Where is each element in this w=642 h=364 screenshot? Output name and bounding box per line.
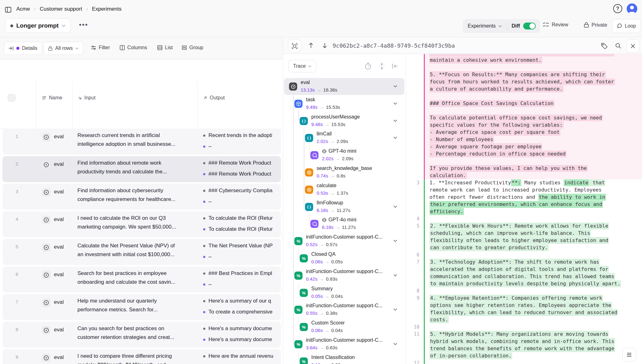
close-icon: [631, 44, 635, 48]
trace-span-row[interactable]: GPT-4o mini6.18s→11.27s: [284, 215, 404, 232]
breadcrumb-org[interactable]: Acme: [16, 6, 30, 12]
breadcrumb-project[interactable]: Customer support: [40, 6, 82, 12]
chevron-down-icon: [498, 25, 502, 27]
trace-span-row[interactable]: GPT-4o mini2.02s→2.09s: [284, 147, 404, 164]
avatar[interactable]: [627, 3, 637, 14]
chevron-down-icon[interactable]: [393, 308, 397, 311]
table-row[interactable]: 5evalCalculate the Net Present Value (NP…: [3, 239, 281, 265]
timing-icon[interactable]: [365, 62, 371, 70]
diff-added-line: hybrid work models, combining remote and…: [429, 338, 615, 345]
table-row[interactable]: 6evalSearch for best practices in employ…: [3, 266, 281, 293]
table-row[interactable]: 3evalFind information about cybersecurit…: [3, 184, 281, 210]
row-number: 3: [10, 189, 18, 194]
chevron-down-icon[interactable]: [393, 102, 397, 105]
details-button[interactable]: Details: [4, 42, 42, 55]
chevron-down-icon[interactable]: [393, 136, 397, 139]
row-number: 6: [10, 272, 18, 277]
chevron-down-icon: [75, 47, 79, 50]
experiment-more-button[interactable]: •••: [79, 21, 88, 29]
breadcrumb-section[interactable]: Experiments: [92, 6, 121, 12]
tag-icon[interactable]: [601, 43, 608, 49]
trace-span-row[interactable]: %initFunction-Customer support-C...3.64s…: [284, 336, 404, 353]
chevron-down-icon[interactable]: [393, 119, 397, 122]
column-header-input[interactable]: Input: [78, 95, 96, 101]
trace-span-row[interactable]: calculate0.53s→1.37s: [284, 181, 404, 198]
view-switch-label: Experiments: [468, 23, 496, 29]
table-row[interactable]: 9evalI need to compare three different p…: [3, 349, 281, 364]
table-row[interactable]: 7evalHelp me understand our quarterlyper…: [3, 294, 281, 320]
close-panel-button[interactable]: [626, 40, 639, 52]
trace-view-selector[interactable]: Trace: [288, 60, 316, 72]
diff-options-button[interactable]: [622, 348, 636, 361]
trace-span-row[interactable]: %initFunction-Customer support-C...0.55s…: [284, 301, 404, 318]
trace-span-row[interactable]: %Intent Classification0.12s→0.08s: [284, 353, 404, 364]
row-input-line: I need to compare three different pricin…: [77, 353, 172, 359]
help-button[interactable]: ?: [613, 4, 622, 13]
prev-row-button[interactable]: [308, 42, 314, 49]
table-row[interactable]: 2evalFind information about remote workp…: [3, 156, 281, 182]
column-header-output[interactable]: Output: [203, 95, 225, 101]
chevron-down-icon[interactable]: [393, 240, 397, 242]
view-switch[interactable]: Experiments: [463, 19, 507, 33]
span-durations: 6.18s→11.27s: [317, 208, 350, 213]
row-name: eval: [54, 161, 64, 167]
columns-label: Columns: [127, 45, 147, 50]
diff-added-line: 3. **Technology Adoption**: The shift to…: [429, 259, 600, 266]
loop-button[interactable]: Loop: [612, 19, 641, 33]
trace-span-row[interactable]: task9.49s→15.53s: [284, 95, 404, 112]
chevron-down-icon[interactable]: [393, 343, 397, 345]
diff-label: Diff: [512, 23, 520, 29]
select-all-checkbox[interactable]: [8, 94, 15, 102]
trace-span-row[interactable]: %Custom Scorer0.06s→0.04s: [284, 319, 404, 335]
open-details-icon: [8, 46, 14, 50]
row-output-line: To create a comprehensive: [203, 308, 280, 316]
trace-span-row[interactable]: ()processUserMessage9.48s→15.53s: [284, 113, 404, 129]
private-button[interactable]: Private: [584, 22, 607, 28]
trace-span-row[interactable]: %Closed QA0.06s→0.05s: [284, 250, 404, 267]
next-row-button[interactable]: [322, 42, 328, 49]
trace-span-row[interactable]: search_knowledge_base0.74s→0.8s: [284, 164, 404, 181]
diff-toggle[interactable]: [523, 23, 536, 29]
filter-button[interactable]: Filter: [91, 45, 110, 50]
diff-line-number: 4: [406, 215, 419, 223]
chevron-down-icon[interactable]: [393, 85, 397, 87]
table-row[interactable]: 1evalResearch current trends in artifici…: [3, 129, 281, 155]
row-input-line: Calculate the Net Present Value (NPV) of: [77, 243, 175, 249]
row-input-line: Help me understand our quarterly: [77, 298, 157, 304]
trace-id: 9c062bc2-a8c7-4a88-9749-5cf840f3c9ba: [333, 42, 455, 49]
search-icon[interactable]: [615, 43, 621, 49]
review-label: Review: [552, 22, 568, 28]
loop-icon: [617, 23, 622, 29]
group-button[interactable]: Group: [182, 45, 203, 50]
experiment-selector[interactable]: Longer prompt: [5, 18, 71, 33]
diff-removed-line: a culture of accountability and performa…: [429, 86, 564, 93]
table-row[interactable]: 4evalI need to calculate the ROI on our …: [3, 211, 281, 237]
row-input-line: an investment with initial cost $100,000…: [77, 251, 175, 258]
table-row[interactable]: 8evalCan you search for best practices o…: [3, 322, 281, 348]
span-type-icon: [294, 100, 303, 108]
diff-line-number: 8: [406, 288, 419, 295]
collapse-left-icon[interactable]: [392, 63, 398, 70]
diff-added-line: their preferred environments, which can …: [429, 201, 603, 208]
trace-span-row[interactable]: ()llmCall2.02s→2.09s: [284, 129, 404, 146]
chevron-down-icon[interactable]: [393, 274, 397, 277]
expand-trace-button[interactable]: [288, 40, 301, 52]
private-label: Private: [592, 22, 607, 28]
review-button[interactable]: Review: [543, 22, 568, 28]
all-rows-selector[interactable]: All rows: [43, 42, 83, 55]
diff-removed-line: - Percentage reduction in office space n…: [429, 150, 566, 158]
column-header-name[interactable]: Name: [42, 95, 62, 101]
diff-added-line: to maintain productivity levels despite …: [429, 280, 621, 288]
sidebar-toggle-icon[interactable]: [4, 6, 12, 13]
diff-added-line: accelerated the adoption of digital tool…: [429, 266, 609, 273]
collapse-vertical-icon[interactable]: [378, 62, 385, 70]
trace-span-row[interactable]: eval13.13s→16.36s: [284, 78, 404, 95]
trace-span-row[interactable]: ()llmFollowup6.18s→11.27s: [284, 198, 404, 215]
chevron-down-icon[interactable]: [393, 205, 397, 208]
list-button[interactable]: List: [157, 45, 173, 50]
trace-span-row[interactable]: %Summary0.05s→0.04s: [284, 284, 404, 301]
trace-span-row[interactable]: %initFunction-Customer support-C...0.42s…: [284, 267, 404, 284]
trace-span-row[interactable]: %initFunction-Customer support-C...0.52s…: [284, 233, 404, 250]
columns-button[interactable]: Columns: [120, 45, 147, 50]
eval-record-icon: [42, 216, 50, 224]
